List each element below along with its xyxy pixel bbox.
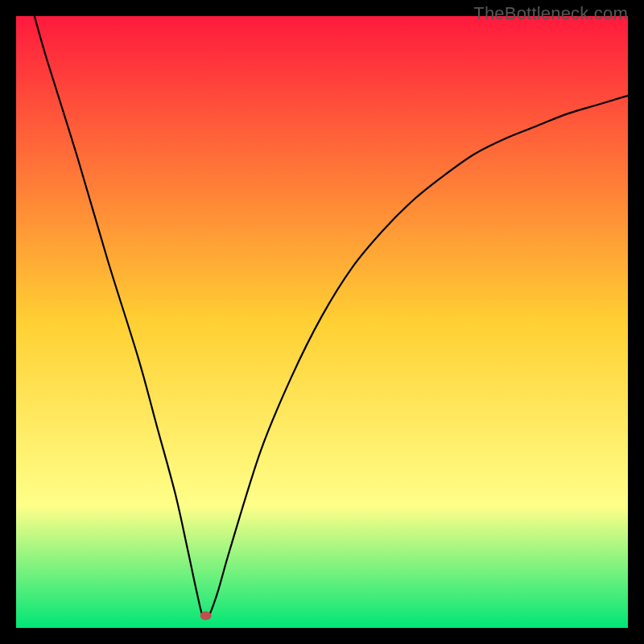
gradient-background xyxy=(16,16,628,628)
plot-svg xyxy=(16,16,628,628)
watermark-text: TheBottleneck.com xyxy=(473,3,628,24)
plot-area xyxy=(16,16,628,628)
optimal-marker xyxy=(200,611,212,620)
chart-frame: TheBottleneck.com xyxy=(0,0,644,644)
